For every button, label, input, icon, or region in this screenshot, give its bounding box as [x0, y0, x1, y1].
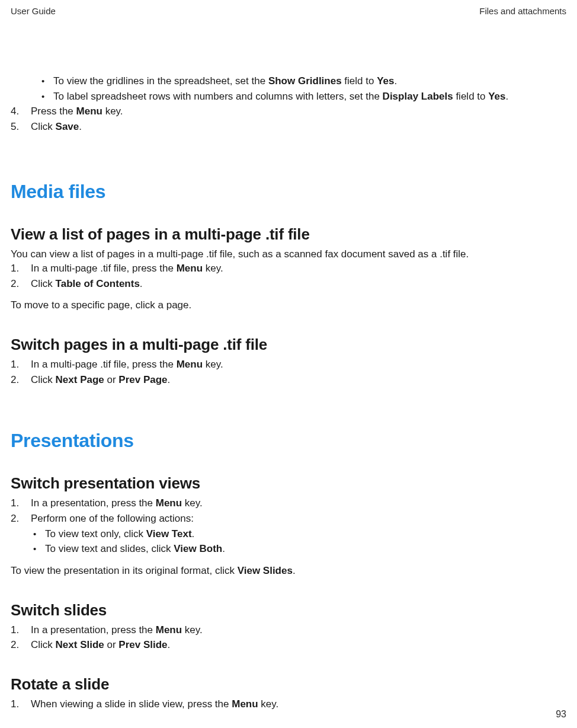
list-item: 2. Perform one of the following actions: [11, 512, 566, 526]
list-item-text: To view text and slides, click View Both… [45, 542, 566, 557]
step-number: 1. [11, 357, 27, 372]
list-item-text: Perform one of the following actions: [27, 512, 566, 526]
text: . [79, 121, 82, 132]
step-number: 1. [11, 623, 27, 638]
text-bold: View Text [146, 528, 192, 539]
view-tif-steps: 1. In a multi-page .tif file, press the … [11, 261, 566, 291]
list-item-text: To label spreadsheet rows with numbers a… [53, 90, 566, 104]
text: or [104, 639, 119, 650]
list-item: 5. Click Save. [11, 120, 566, 135]
text: When viewing a slide in slide view, pres… [31, 698, 232, 710]
list-item: 1. In a multi-page .tif file, press the … [11, 357, 566, 372]
text-bold: Show Gridlines [268, 75, 342, 87]
list-item-text: To view the gridlines in the spreadsheet… [53, 74, 566, 89]
text-bold: Yes [377, 75, 394, 87]
text-bold: Menu [177, 359, 203, 370]
text-bold: Menu [177, 263, 203, 274]
text: In a multi-page .tif file, press the [31, 359, 177, 370]
text: Click [31, 374, 56, 385]
text-bold: Next Slide [56, 639, 104, 650]
running-header: User Guide Files and attachments [11, 6, 566, 16]
intro-steps: 4. Press the Menu key. 5. Click Save. [11, 104, 566, 134]
intro-bullets: • To view the gridlines in the spreadshe… [11, 74, 566, 104]
text-bold: View Both [174, 543, 222, 554]
text-bold: Menu [232, 698, 258, 710]
paragraph: You can view a list of pages in a multi-… [11, 247, 566, 262]
list-item: • To label spreadsheet rows with numbers… [33, 90, 566, 104]
switch-views-steps: 1. In a presentation, press the Menu key… [11, 496, 566, 526]
switch-slides-steps: 1. In a presentation, press the Menu key… [11, 623, 566, 653]
bullet-icon: • [41, 75, 53, 88]
section-presentations: Presentations [11, 430, 566, 452]
list-item: 1. In a presentation, press the Menu key… [11, 496, 566, 511]
list-item: • To view text and slides, click View Bo… [25, 542, 566, 557]
page-number: 93 [556, 709, 566, 720]
heading-view-tif: View a list of pages in a multi-page .ti… [11, 225, 566, 244]
heading-switch-views: Switch presentation views [11, 474, 566, 493]
text-bold: Table of Contents [56, 278, 140, 289]
list-item-text: In a presentation, press the Menu key. [27, 623, 566, 638]
text: To view text and slides, click [45, 543, 174, 554]
list-item-text: Click Table of Contents. [27, 277, 566, 292]
section-media-files: Media files [11, 181, 566, 203]
list-item: 1. In a presentation, press the Menu key… [11, 623, 566, 638]
heading-rotate-slide: Rotate a slide [11, 675, 566, 694]
rotate-slide-steps: 1. When viewing a slide in slide view, p… [11, 697, 566, 712]
list-item: • To view text only, click View Text. [25, 527, 566, 542]
switch-views-bullets: • To view text only, click View Text. • … [11, 527, 566, 557]
running-header-left: User Guide [11, 6, 56, 16]
heading-switch-slides: Switch slides [11, 601, 566, 620]
text: Click [31, 639, 56, 650]
heading-switch-tif: Switch pages in a multi-page .tif file [11, 336, 566, 354]
list-item-text: To view text only, click View Text. [45, 527, 566, 542]
text: Click [31, 121, 56, 132]
text-bold: Menu [156, 497, 182, 509]
bullet-icon: • [33, 542, 45, 555]
step-number: 2. [11, 277, 27, 292]
text: . [168, 639, 171, 650]
text-bold: Save [56, 121, 79, 132]
text: . [293, 565, 296, 576]
list-item-text: Click Next Slide or Prev Slide. [27, 638, 566, 653]
text: key. [102, 106, 123, 117]
paragraph: To view the presentation in its original… [11, 564, 566, 579]
list-item: 2. Click Next Slide or Prev Slide. [11, 638, 566, 653]
text-bold: Prev Slide [118, 639, 167, 650]
list-item-text: In a multi-page .tif file, press the Men… [27, 261, 566, 276]
text: . [192, 528, 195, 539]
text: In a presentation, press the [31, 624, 156, 636]
step-number: 1. [11, 261, 27, 276]
running-header-right: Files and attachments [479, 6, 566, 16]
text: To label spreadsheet rows with numbers a… [53, 91, 383, 102]
text: In a presentation, press the [31, 497, 156, 509]
text-bold: Display Labels [383, 91, 453, 102]
bullet-icon: • [41, 90, 53, 103]
text: or [104, 374, 119, 385]
text: To view the presentation in its original… [11, 565, 238, 576]
text: . [506, 91, 509, 102]
text: Click [31, 278, 56, 289]
step-number: 1. [11, 697, 27, 712]
step-number: 2. [11, 638, 27, 653]
text: . [140, 278, 143, 289]
step-number: 4. [11, 104, 27, 119]
list-item: 1. When viewing a slide in slide view, p… [11, 697, 566, 712]
list-item-text: Click Save. [27, 120, 566, 135]
list-item: 1. In a multi-page .tif file, press the … [11, 261, 566, 276]
text-bold: Menu [156, 624, 182, 636]
step-number: 2. [11, 373, 27, 388]
list-item: 2. Click Next Page or Prev Page. [11, 373, 566, 388]
text: key. [203, 359, 223, 370]
bullet-icon: • [33, 528, 45, 541]
text-bold: View Slides [238, 565, 293, 576]
text: To view the gridlines in the spreadsheet… [53, 75, 268, 87]
text: In a multi-page .tif file, press the [31, 263, 177, 274]
text: . [168, 374, 171, 385]
list-item-text: In a multi-page .tif file, press the Men… [27, 357, 566, 372]
list-item-text: Press the Menu key. [27, 104, 566, 119]
text: . [395, 75, 398, 87]
text: To view text only, click [45, 528, 146, 539]
text: field to [342, 75, 377, 87]
page-content: • To view the gridlines in the spreadshe… [11, 16, 566, 712]
text: key. [203, 263, 223, 274]
